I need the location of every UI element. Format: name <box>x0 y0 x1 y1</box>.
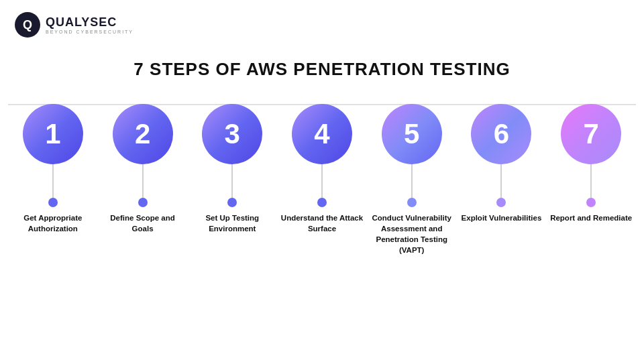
step-connector-7 <box>590 164 592 198</box>
step-6: 6Exploit Vulnerabilities <box>457 104 547 223</box>
step-connector-6 <box>500 164 502 198</box>
logo-name: QUALYSEC <box>46 16 133 28</box>
step-dot-2 <box>138 198 148 207</box>
step-connector-5 <box>411 164 413 198</box>
step-label-7: Report and Remediate <box>549 213 633 223</box>
step-dot-6 <box>496 198 506 207</box>
page-title: 7 STEPS OF AWS PENETRATION TESTING <box>0 59 644 80</box>
step-label-2: Define Scope and Goals <box>98 213 188 234</box>
step-dot-7 <box>586 198 596 207</box>
step-3: 3Set Up Testing Environment <box>187 104 277 234</box>
step-circle-3: 3 <box>202 104 262 164</box>
step-label-5: Conduct Vulnerability Assessment and Pen… <box>367 213 457 255</box>
step-connector-4 <box>321 164 323 198</box>
step-dot-5 <box>407 198 417 207</box>
logo-tagline: BEYOND CYBERSECURITY <box>46 29 133 34</box>
step-label-6: Exploit Vulnerabilities <box>460 213 543 223</box>
step-circle-5: 5 <box>382 104 442 164</box>
logo-icon: Q <box>15 12 40 38</box>
step-label-3: Set Up Testing Environment <box>187 213 277 234</box>
step-connector-1 <box>52 164 54 198</box>
step-connector-3 <box>231 164 233 198</box>
step-label-4: Understand the Attack Surface <box>277 213 367 234</box>
step-2: 2Define Scope and Goals <box>98 104 188 234</box>
step-circle-6: 6 <box>471 104 531 164</box>
step-4: 4Understand the Attack Surface <box>277 104 367 234</box>
steps-container: 1Get Appropriate Authorization2Define Sc… <box>0 104 644 255</box>
step-dot-4 <box>317 198 327 207</box>
step-circle-7: 7 <box>561 104 621 164</box>
svg-text:Q: Q <box>23 18 32 32</box>
step-dot-1 <box>48 198 58 207</box>
step-5: 5Conduct Vulnerability Assessment and Pe… <box>367 104 457 255</box>
logo-text: QUALYSEC BEYOND CYBERSECURITY <box>46 16 133 34</box>
logo: Q QUALYSEC BEYOND CYBERSECURITY <box>15 12 133 38</box>
step-connector-2 <box>142 164 144 198</box>
step-circle-1: 1 <box>23 104 83 164</box>
step-circle-2: 2 <box>113 104 173 164</box>
step-dot-3 <box>227 198 237 207</box>
step-label-1: Get Appropriate Authorization <box>8 213 98 234</box>
step-circle-4: 4 <box>292 104 352 164</box>
step-7: 7Report and Remediate <box>546 104 636 223</box>
step-1: 1Get Appropriate Authorization <box>8 104 98 234</box>
